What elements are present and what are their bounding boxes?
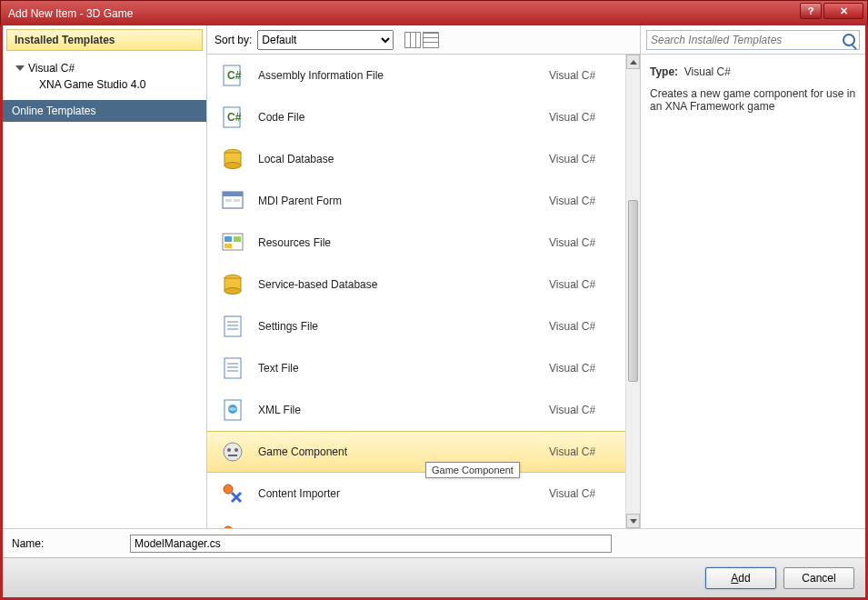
scroll-thumb[interactable] [628,200,638,382]
template-item-name: Service-based Database [258,278,536,291]
name-input[interactable] [130,535,612,553]
template-item-name: Resources File [258,236,536,249]
template-item-lang: Visual C# [549,320,613,333]
template-item-name: XML File [258,404,536,416]
details-panel: Type: Visual C# Creates a new game compo… [640,55,865,528]
csharp-file-icon: C# [220,63,245,88]
online-templates-header[interactable]: Online Templates [3,100,206,122]
description: Creates a new game component for use in … [650,87,856,113]
svg-rect-10 [234,199,240,202]
template-item[interactable]: MDI Parent FormVisual C# [207,180,625,222]
scrollbar[interactable] [625,55,640,528]
template-item[interactable]: Content ImporterVisual C# [207,473,625,515]
name-label: Name: [12,537,112,550]
template-item-lang: Visual C# [549,195,613,207]
svg-rect-18 [224,316,241,336]
svg-text:C#: C# [227,69,242,82]
sort-by-select[interactable]: Default [257,30,394,50]
svg-point-30 [234,448,238,452]
template-item[interactable]: Resources FileVisual C# [207,222,625,264]
view-small-icons-button[interactable] [404,32,421,48]
template-item-lang: Visual C# [549,153,613,165]
template-item[interactable]: XML FileVisual C# [207,389,625,431]
svg-rect-22 [224,358,241,378]
svg-point-32 [224,485,233,494]
template-item-lang: Visual C# [549,445,613,458]
tree-node-xna[interactable]: XNA Game Studio 4.0 [15,76,199,93]
template-item[interactable]: Content ProcessorVisual C# [207,515,625,528]
toolbar: Sort by: Default [207,25,640,55]
add-button-rest: dd [738,572,750,585]
template-item-name: Settings File [258,320,536,333]
xna-icon [220,523,245,528]
cancel-button[interactable]: Cancel [783,567,854,589]
csharp-file-icon: C# [220,105,245,130]
add-button[interactable]: Add [705,567,776,589]
template-item[interactable]: C#Code FileVisual C# [207,96,625,138]
svg-point-17 [224,288,241,295]
svg-text:C#: C# [227,111,242,124]
xml-file-icon [220,397,245,423]
svg-rect-13 [234,236,241,242]
template-item[interactable]: Local DatabaseVisual C# [207,138,625,180]
type-value: Visual C# [684,65,731,78]
template-item-lang: Visual C# [549,236,613,249]
file-lines-icon [220,314,245,339]
template-item[interactable]: Text FileVisual C# [207,347,625,389]
search-input[interactable] [651,34,843,46]
search-icon [843,34,855,46]
close-button[interactable]: ✕ [823,3,863,19]
tree-node-label: Visual C# [28,62,75,75]
svg-rect-14 [224,244,232,248]
template-item-name: Text File [258,362,536,375]
tree-node-visual-csharp[interactable]: Visual C# [15,60,199,76]
svg-rect-8 [223,192,243,196]
window-title: Add New Item - 3D Game [8,7,133,20]
template-item-name: MDI Parent Form [258,195,536,207]
svg-rect-31 [228,455,237,456]
template-item-name: Local Database [258,153,536,165]
form-icon [220,188,245,214]
template-item[interactable]: Service-based DatabaseVisual C# [207,264,625,305]
template-list: C#Assembly Information FileVisual C#C#Co… [207,55,640,528]
template-item[interactable]: C#Assembly Information FileVisual C# [207,55,625,96]
help-button[interactable]: ? [800,3,822,19]
view-list-button[interactable] [423,32,439,48]
svg-rect-9 [225,199,232,202]
template-item-lang: Visual C# [549,278,613,291]
template-item-lang: Visual C# [549,404,613,416]
template-tree: Visual C# XNA Game Studio 4.0 [3,55,206,98]
svg-point-6 [224,163,241,169]
search-box[interactable] [646,30,860,50]
template-item-lang: Visual C# [549,111,613,124]
chevron-down-icon [15,65,25,71]
name-row: Name: [3,528,865,557]
installed-templates-header[interactable]: Installed Templates [6,29,203,51]
sidebar: Installed Templates Visual C# XNA Game S… [3,25,207,528]
resources-icon [220,230,245,255]
template-item[interactable]: Settings FileVisual C# [207,305,625,347]
sort-by-label: Sort by: [215,34,252,46]
template-item-name: Assembly Information File [258,69,536,82]
tooltip: Game Component [425,462,520,478]
svg-point-33 [224,526,233,528]
titlebar: Add New Item - 3D Game ? ✕ [0,0,868,25]
scroll-up-button[interactable] [626,55,640,69]
tree-node-label: XNA Game Studio 4.0 [39,78,145,91]
game-icon [220,439,245,465]
type-label: Type: [650,65,678,78]
file-lines-icon [220,355,245,381]
template-item-name: Code File [258,111,536,124]
footer: Add Cancel [3,557,865,597]
template-item[interactable]: Game ComponentVisual C# [207,431,625,473]
svg-point-29 [227,448,231,452]
svg-rect-12 [224,236,232,242]
database-icon [220,272,245,297]
template-item-lang: Visual C# [549,487,613,500]
template-item-name: Content Importer [258,487,536,500]
xna-icon [220,481,245,506]
database-icon [220,146,245,172]
svg-point-28 [224,443,242,461]
template-item-name: Game Component [258,445,536,458]
scroll-down-button[interactable] [626,514,640,528]
